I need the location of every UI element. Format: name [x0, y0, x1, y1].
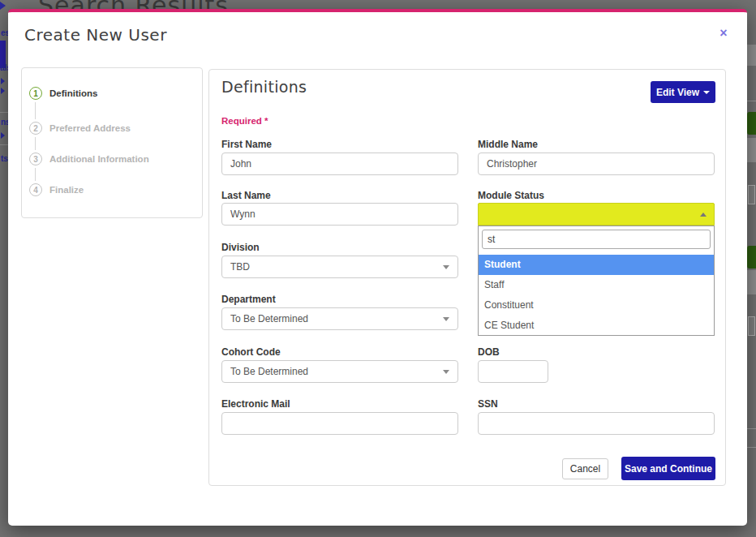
department-label: Department [221, 294, 276, 305]
middle-name-label: Middle Name [478, 139, 538, 150]
cohort-code-select[interactable]: To Be Determined [221, 360, 458, 383]
background-fragment [1, 88, 5, 94]
background-fragment [747, 138, 756, 162]
background-fragment [0, 144, 8, 145]
definitions-panel: Definitions Edit View Required * First N… [208, 69, 726, 486]
electronic-mail-label: Electronic Mail [221, 398, 290, 410]
middle-name-input[interactable] [478, 153, 715, 175]
background-fragment: ts [1, 155, 8, 163]
step-number: 1 [29, 87, 42, 100]
background-fragment [1, 78, 5, 84]
close-icon[interactable]: × [715, 25, 732, 41]
first-name-label: First Name [221, 139, 272, 150]
background-fragment [747, 246, 756, 268]
chevron-down-icon [443, 370, 449, 374]
background-fragment [747, 447, 756, 448]
step-connector [35, 137, 36, 150]
division-value: TBD [230, 261, 250, 273]
module-status-select[interactable] [478, 203, 715, 226]
option-constituent[interactable]: Constituent [479, 295, 714, 316]
first-name-input[interactable] [221, 153, 458, 175]
department-value: To Be Determined [230, 313, 308, 324]
step-connector [35, 102, 36, 119]
last-name-label: Last Name [221, 190, 271, 201]
step-number: 2 [29, 122, 42, 135]
background-fragment [747, 45, 756, 66]
step-label: Preferred Address [49, 122, 131, 135]
background-fragment [747, 101, 756, 101]
edit-view-label: Edit View [656, 87, 699, 98]
background-fragment [1, 132, 5, 139]
panel-title: Definitions [221, 78, 307, 96]
module-status-dropdown: Student Staff Constituent CE Student [478, 226, 715, 336]
electronic-mail-input[interactable] [221, 412, 458, 435]
background-fragment [747, 112, 756, 135]
ssn-input[interactable] [478, 412, 715, 435]
chevron-up-icon [700, 213, 707, 217]
create-new-user-modal: Create New User × 1 Definitions 2 Prefer… [8, 9, 747, 526]
background-fragment [0, 112, 8, 113]
ssn-label: SSN [478, 398, 498, 410]
wizard-stepper: 1 Definitions 2 Preferred Address 3 Addi… [21, 67, 203, 218]
module-status-label: Module Status [478, 190, 544, 201]
cancel-button[interactable]: Cancel [562, 458, 608, 479]
step-number: 4 [29, 183, 42, 196]
option-student[interactable]: Student [479, 255, 714, 275]
department-select[interactable]: To Be Determined [221, 307, 458, 330]
background-fragment [747, 270, 756, 294]
division-select[interactable]: TBD [221, 256, 458, 278]
modal-title: Create New User [24, 25, 167, 45]
screen: Search Results es als ns ts Create New U… [0, 0, 756, 537]
module-status-search-input[interactable] [482, 230, 711, 249]
chevron-down-icon [443, 317, 449, 321]
last-name-input[interactable] [221, 203, 458, 226]
edit-view-button[interactable]: Edit View [651, 81, 715, 103]
back-arrow-icon [0, 2, 6, 10]
cohort-code-value: To Be Determined [230, 366, 308, 377]
chevron-down-icon [703, 91, 710, 94]
dob-input[interactable] [478, 360, 548, 383]
dob-label: DOB [478, 346, 500, 358]
background-fragment [748, 316, 755, 336]
step-number: 3 [29, 153, 42, 165]
step-label: Definitions [49, 87, 97, 100]
background-fragment [747, 428, 756, 429]
chevron-down-icon [443, 265, 449, 269]
division-label: Division [221, 242, 260, 253]
option-staff[interactable]: Staff [479, 275, 714, 295]
save-and-continue-button[interactable]: Save and Continue [621, 457, 715, 480]
step-label: Additional Information [49, 153, 149, 165]
step-connector [35, 168, 36, 181]
cohort-code-label: Cohort Code [221, 346, 281, 358]
step-label: Finalize [49, 183, 84, 196]
option-ce-student[interactable]: CE Student [479, 316, 714, 336]
required-note: Required * [221, 116, 268, 126]
background-fragment [748, 185, 755, 204]
